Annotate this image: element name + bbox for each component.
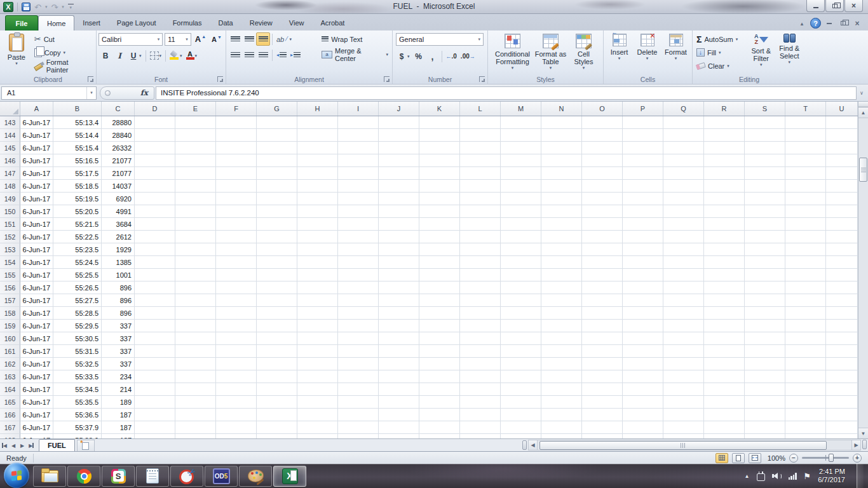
row-header-160[interactable]: 160 bbox=[0, 332, 20, 345]
cell-D161[interactable] bbox=[135, 345, 175, 358]
cell-K152[interactable] bbox=[419, 231, 460, 243]
cell-U159[interactable] bbox=[826, 320, 858, 332]
cell-D144[interactable] bbox=[135, 129, 175, 142]
sort-filter-button[interactable]: AZ Sort & Filter▾ bbox=[747, 32, 775, 72]
column-header-D[interactable]: D bbox=[135, 102, 175, 116]
cell-N159[interactable] bbox=[541, 320, 582, 332]
cell-T164[interactable] bbox=[785, 383, 826, 396]
cell-P158[interactable] bbox=[623, 307, 663, 320]
cell-I156[interactable] bbox=[338, 281, 379, 294]
cell-K149[interactable] bbox=[419, 193, 460, 205]
show-hidden-icons-button[interactable]: ▲ bbox=[745, 473, 750, 479]
cell-C147[interactable]: 21077 bbox=[102, 167, 135, 180]
cell-S166[interactable] bbox=[745, 409, 785, 421]
orientation-button[interactable]: ab⟋▾ bbox=[275, 32, 294, 46]
comma-style-button[interactable]: , bbox=[426, 50, 440, 63]
cell-K156[interactable] bbox=[419, 281, 460, 294]
cell-P148[interactable] bbox=[623, 180, 663, 193]
cell-A157[interactable]: 6-Jun-17 bbox=[20, 294, 53, 307]
scroll-down-icon[interactable]: ▼ bbox=[858, 428, 868, 438]
cell-U148[interactable] bbox=[826, 180, 858, 193]
select-all-button[interactable] bbox=[0, 102, 20, 116]
cell-I159[interactable] bbox=[338, 320, 379, 332]
cell-I158[interactable] bbox=[338, 307, 379, 320]
cell-N158[interactable] bbox=[541, 307, 582, 320]
cell-R152[interactable] bbox=[704, 231, 745, 243]
cell-D158[interactable] bbox=[135, 307, 175, 320]
cell-A159[interactable]: 6-Jun-17 bbox=[20, 320, 53, 332]
cell-J151[interactable] bbox=[379, 218, 419, 231]
cell-I146[interactable] bbox=[338, 154, 379, 167]
cell-C161[interactable]: 337 bbox=[102, 345, 135, 358]
cell-S147[interactable] bbox=[745, 167, 785, 180]
cell-K164[interactable] bbox=[419, 383, 460, 396]
format-painter-button[interactable]: Format Painter bbox=[32, 59, 94, 72]
cell-A153[interactable]: 6-Jun-17 bbox=[20, 243, 53, 256]
cell-J159[interactable] bbox=[379, 320, 419, 332]
cell-G164[interactable] bbox=[257, 383, 297, 396]
cell-S167[interactable] bbox=[745, 421, 785, 434]
cell-F154[interactable] bbox=[216, 256, 257, 269]
cell-B152[interactable]: 55:22.5 bbox=[53, 231, 102, 243]
cell-R168[interactable] bbox=[704, 434, 745, 438]
cell-D162[interactable] bbox=[135, 358, 175, 370]
cell-I163[interactable] bbox=[338, 370, 379, 383]
cell-A150[interactable]: 6-Jun-17 bbox=[20, 205, 53, 218]
format-as-table-button[interactable]: Format as Table▾ bbox=[534, 32, 568, 71]
cell-O145[interactable] bbox=[582, 142, 623, 154]
cell-A167[interactable]: 6-Jun-17 bbox=[20, 421, 53, 434]
cell-O149[interactable] bbox=[582, 193, 623, 205]
cell-T158[interactable] bbox=[785, 307, 826, 320]
cell-G160[interactable] bbox=[257, 332, 297, 345]
cell-G167[interactable] bbox=[257, 421, 297, 434]
cell-U146[interactable] bbox=[826, 154, 858, 167]
cell-T162[interactable] bbox=[785, 358, 826, 370]
cell-C160[interactable]: 337 bbox=[102, 332, 135, 345]
show-desktop-button[interactable] bbox=[857, 464, 864, 488]
cell-D166[interactable] bbox=[135, 409, 175, 421]
cell-F157[interactable] bbox=[216, 294, 257, 307]
cell-I168[interactable] bbox=[338, 434, 379, 438]
cell-U166[interactable] bbox=[826, 409, 858, 421]
cell-J154[interactable] bbox=[379, 256, 419, 269]
cell-S151[interactable] bbox=[745, 218, 785, 231]
cell-F160[interactable] bbox=[216, 332, 257, 345]
taskbar-paint-button[interactable] bbox=[239, 466, 272, 487]
cell-N152[interactable] bbox=[541, 231, 582, 243]
tab-file[interactable]: File bbox=[5, 15, 38, 30]
cell-M160[interactable] bbox=[501, 332, 541, 345]
font-dialog-launcher[interactable] bbox=[217, 76, 223, 82]
cell-A163[interactable]: 6-Jun-17 bbox=[20, 370, 53, 383]
cell-J144[interactable] bbox=[379, 129, 419, 142]
cell-J158[interactable] bbox=[379, 307, 419, 320]
cell-C153[interactable]: 1929 bbox=[102, 243, 135, 256]
cell-H149[interactable] bbox=[297, 193, 338, 205]
cell-B144[interactable]: 55:14.4 bbox=[53, 129, 102, 142]
cell-K154[interactable] bbox=[419, 256, 460, 269]
cell-O144[interactable] bbox=[582, 129, 623, 142]
cell-C143[interactable]: 28880 bbox=[102, 116, 135, 129]
cell-B160[interactable]: 55:30.5 bbox=[53, 332, 102, 345]
cell-Q166[interactable] bbox=[663, 409, 704, 421]
cell-P153[interactable] bbox=[623, 243, 663, 256]
cell-T165[interactable] bbox=[785, 396, 826, 409]
cell-F144[interactable] bbox=[216, 129, 257, 142]
cell-F158[interactable] bbox=[216, 307, 257, 320]
cell-Q168[interactable] bbox=[663, 434, 704, 438]
cell-D163[interactable] bbox=[135, 370, 175, 383]
row-header-150[interactable]: 150 bbox=[0, 205, 20, 218]
row-header-168[interactable]: 168 bbox=[0, 434, 20, 438]
cell-A144[interactable]: 6-Jun-17 bbox=[20, 129, 53, 142]
expand-formula-bar-icon[interactable]: ∨ bbox=[857, 86, 867, 100]
cell-M150[interactable] bbox=[501, 205, 541, 218]
cell-R163[interactable] bbox=[704, 370, 745, 383]
cell-U155[interactable] bbox=[826, 269, 858, 281]
cell-B161[interactable]: 55:31.5 bbox=[53, 345, 102, 358]
cell-T155[interactable] bbox=[785, 269, 826, 281]
cell-T143[interactable] bbox=[785, 116, 826, 129]
cell-D164[interactable] bbox=[135, 383, 175, 396]
cell-D165[interactable] bbox=[135, 396, 175, 409]
column-header-N[interactable]: N bbox=[541, 102, 582, 116]
cell-G165[interactable] bbox=[257, 396, 297, 409]
cell-F145[interactable] bbox=[216, 142, 257, 154]
